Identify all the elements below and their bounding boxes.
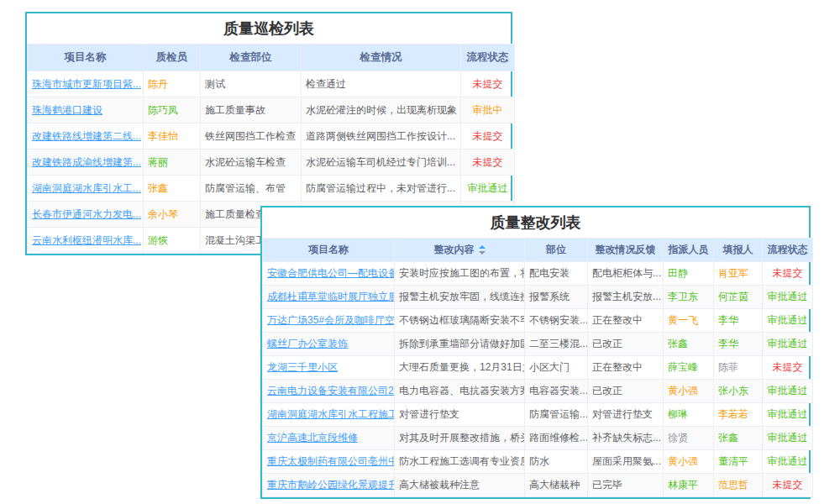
table-cell: 已改正 — [588, 380, 664, 403]
table-cell: 审批通过 — [763, 286, 813, 309]
inspection-header-row: 项目名称质检员检查部位检查情况流程状态 — [28, 45, 515, 71]
table-cell: 万达广场35#会所及咖啡厅空... — [263, 309, 395, 333]
project-link[interactable]: 京沪高速北京段维修 — [267, 432, 358, 444]
project-link[interactable]: 云南电力设备安装有限公司20... — [267, 385, 395, 396]
project-link[interactable]: 珠海市城市更新项目紫... — [32, 78, 141, 90]
table-cell: 对管进行垫支 — [395, 403, 525, 427]
status-text: 审批通过 — [768, 291, 808, 302]
person-name: 蒋丽 — [148, 156, 168, 168]
table-cell: 安徽合肥供电公司—配电设备... — [263, 262, 395, 286]
cell-text: 水泥砼运输车司机经过专门培训... — [306, 156, 455, 168]
table-cell: 审批中 — [461, 97, 515, 123]
cell-text: 防水工程施工选调有专业资质... — [399, 455, 525, 467]
rectification-list-panel: 质量整改列表 项目名称整改内容部位整改情况反馈指派人员填报人流程状态 安徽合肥供… — [260, 206, 811, 499]
person-name: 余小琴 — [148, 208, 178, 220]
inspection-list-title: 质量巡检列表 — [27, 13, 511, 44]
status-text: 审批通过 — [468, 182, 508, 194]
project-link[interactable]: 湖南洞庭湖水库引水工... — [32, 182, 141, 194]
cell-text: 防腐管运输过程中，未对管进行... — [306, 182, 455, 194]
column-header-label: 质检员 — [156, 51, 188, 63]
cell-text: 对管进行垫支 — [399, 408, 459, 420]
project-link[interactable]: 龙湖三千里小区 — [267, 361, 338, 373]
table-cell: 龙湖三千里小区 — [263, 356, 395, 380]
project-link[interactable]: 重庆太极制药有限公司亳州中... — [267, 455, 395, 467]
table-row: 重庆市鹅岭公园绿化景观提升...高大槠被栽种注意高大槠栽种已完毕林康平范思哲未提… — [263, 474, 813, 497]
cell-text: 已改正 — [592, 338, 622, 349]
cell-text: 报警主机安放牢固，线缆连接... — [399, 291, 525, 302]
status-text: 未提交 — [773, 361, 803, 373]
project-link[interactable]: 云南水利枢纽潜明水库... — [32, 234, 141, 246]
cell-text: 电容器安装... — [529, 385, 588, 396]
project-link[interactable]: 安徽合肥供电公司—配电设备... — [267, 267, 395, 279]
cell-text: 已完毕 — [592, 479, 622, 491]
table-cell: 珠海鹤港口建设 — [28, 97, 144, 123]
cell-text: 施工质量检查 — [205, 208, 265, 220]
project-link[interactable]: 改建铁路线增建第二线... — [32, 130, 141, 142]
project-link[interactable]: 万达广场35#会所及咖啡厅空... — [267, 314, 395, 326]
table-cell: 范思哲 — [714, 474, 763, 497]
cell-text: 电力电容器、电抗器安装方案... — [399, 385, 525, 396]
person-name: 陈丹 — [148, 78, 168, 90]
column-header: 检查情况 — [302, 45, 461, 71]
status-text: 未提交 — [473, 78, 503, 90]
rectification-header-row: 项目名称整改内容部位整改情况反馈指派人员填报人流程状态 — [263, 239, 813, 262]
column-header-label: 填报人 — [723, 244, 753, 255]
table-cell: 报警主机安放牢固，线缆连接... — [395, 286, 525, 309]
table-cell: 柳琳 — [664, 403, 714, 427]
table-cell: 肖亚军 — [714, 262, 763, 286]
table-cell: 对管进行垫支 — [588, 403, 664, 427]
person-name: 田静 — [668, 267, 688, 279]
column-header: 指派人员 — [664, 239, 714, 262]
person-name: 薛宝峰 — [668, 361, 698, 373]
rectification-table-body: 安徽合肥供电公司—配电设备...安装时应按施工图的布置，将...配电安装配电柜柜… — [263, 262, 813, 497]
cell-text: 检查通过 — [306, 78, 346, 90]
table-cell: 防腐管运输过程中，未对管进行... — [302, 176, 461, 202]
table-cell: 不锈钢安装... — [525, 309, 588, 333]
cell-text: 高大槠栽种 — [529, 479, 580, 491]
column-header[interactable]: 整改内容 — [395, 239, 525, 262]
cell-text: 铁丝网围挡工作检查 — [205, 130, 296, 142]
table-row: 云南电力设备安装有限公司20...电力电容器、电抗器安装方案...电容器安装..… — [263, 380, 813, 403]
cell-text: 高大槠被栽种注意 — [399, 479, 480, 491]
cell-text: 路面维修检... — [529, 432, 588, 444]
sort-icon[interactable] — [479, 245, 486, 255]
column-header: 项目名称 — [28, 45, 144, 71]
column-header-label: 项目名称 — [308, 244, 349, 255]
table-cell: 对其及时开展整改措施，桥头... — [395, 427, 525, 450]
table-cell: 林康平 — [664, 474, 714, 497]
project-link[interactable]: 长春市伊通河水力发电... — [32, 208, 141, 220]
table-cell: 未提交 — [763, 474, 813, 497]
status-text: 审批通过 — [768, 408, 808, 420]
column-header-label: 指派人员 — [669, 244, 709, 255]
project-link[interactable]: 螺丝厂办公室装饰 — [267, 338, 348, 349]
person-name: 李华 — [718, 314, 738, 326]
column-header: 流程状态 — [461, 45, 515, 71]
table-row: 螺丝厂办公室装饰拆除到承重墙部分请做好加固...二至三楼混...已改正张鑫李华审… — [263, 333, 813, 356]
project-link[interactable]: 湖南洞庭湖水库引水工程施工1... — [267, 408, 395, 420]
project-link[interactable]: 改建铁路成渝线增建第... — [32, 156, 141, 168]
table-cell: 游恢 — [144, 228, 201, 254]
table-cell: 陈巧凤 — [144, 97, 201, 123]
column-header-label: 整改情况反馈 — [596, 244, 656, 255]
column-header-label: 检查情况 — [360, 51, 402, 63]
column-header-label: 部位 — [546, 244, 566, 255]
column-header-label: 流程状态 — [768, 244, 808, 255]
table-cell: 董清平 — [714, 450, 763, 474]
cell-text: 拆除到承重墙部分请做好加固... — [399, 338, 525, 349]
person-name: 何芷茵 — [718, 291, 748, 302]
table-cell: 李华 — [714, 333, 763, 356]
table-cell: 配电安装 — [525, 262, 588, 286]
table-cell: 高大槠栽种 — [525, 474, 588, 497]
table-row: 安徽合肥供电公司—配电设备...安装时应按施工图的布置，将...配电安装配电柜柜… — [263, 262, 813, 286]
status-text: 审批通过 — [768, 338, 808, 349]
table-cell: 二至三楼混... — [525, 333, 588, 356]
cell-text: 配电柜柜体与... — [592, 267, 661, 279]
table-cell: 何芷茵 — [714, 286, 763, 309]
project-link[interactable]: 珠海鹤港口建设 — [32, 104, 102, 116]
project-link[interactable]: 成都杜甫草堂临时展厅独立展... — [267, 291, 395, 302]
person-name: 范思哲 — [718, 479, 748, 491]
table-cell: 补齐缺失标志... — [588, 427, 664, 450]
project-link[interactable]: 重庆市鹅岭公园绿化景观提升... — [267, 479, 395, 491]
table-cell: 成都杜甫草堂临时展厅独立展... — [263, 286, 395, 309]
table-cell: 电容器安装... — [525, 380, 588, 403]
